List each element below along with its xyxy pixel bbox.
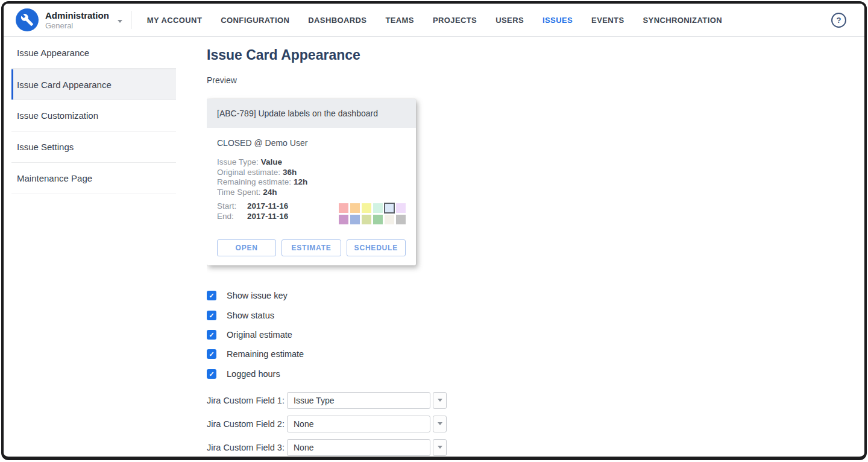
checkbox-checked-icon[interactable]: ✓ <box>207 311 216 320</box>
color-swatch[interactable] <box>396 215 406 224</box>
nav-item-projects[interactable]: PROJECTS <box>433 16 477 25</box>
nav-item-teams[interactable]: TEAMS <box>385 16 414 25</box>
checkbox-checked-icon[interactable]: ✓ <box>207 369 216 379</box>
estimate-button[interactable]: ESTIMATE <box>281 239 341 256</box>
issue-card-preview: [ABC-789] Update labels on the dashboard… <box>207 99 416 265</box>
custom-field-row-2: Jira Custom Field 2: None <box>207 416 862 432</box>
custom-field-3-label: Jira Custom Field 3: <box>207 443 287 452</box>
custom-field-selectors: Jira Custom Field 1: Issue Type Jira Cus… <box>207 392 862 456</box>
open-button[interactable]: OPEN <box>217 239 276 256</box>
checkbox-logged-hours[interactable]: ✓ Logged hours <box>207 364 862 384</box>
color-swatch[interactable] <box>362 203 371 213</box>
color-palette <box>339 203 406 224</box>
color-swatch-selected[interactable] <box>385 203 394 213</box>
help-icon[interactable]: ? <box>831 13 846 28</box>
sidebar-item-issue-settings[interactable]: Issue Settings <box>11 131 176 163</box>
checkbox-show-status[interactable]: ✓ Show status <box>207 305 862 324</box>
custom-field-3-select[interactable]: None <box>287 439 430 456</box>
sidebar-item-issue-appearance[interactable]: Issue Appearance <box>11 37 176 69</box>
color-swatch[interactable] <box>362 215 371 224</box>
settings-sidebar: Issue Appearance Issue Card Appearance I… <box>11 37 176 194</box>
checkbox-show-issue-key[interactable]: ✓ Show issue key <box>207 286 862 305</box>
color-swatch[interactable] <box>339 203 348 213</box>
nav-item-synchronization[interactable]: SYNCHRONIZATION <box>643 16 722 25</box>
start-date-value: 2017-11-16 <box>247 201 288 212</box>
end-date-row: End: 2017-11-16 <box>217 212 288 222</box>
schedule-button[interactable]: SCHEDULE <box>347 239 406 256</box>
color-swatch[interactable] <box>385 215 394 224</box>
page-title: Issue Card Appearance <box>207 46 862 64</box>
dates-and-colors: Start: 2017-11-16 End: 2017-11-16 <box>217 201 406 224</box>
checkbox-checked-icon[interactable]: ✓ <box>207 291 216 300</box>
sidebar-item-maintenance-page[interactable]: Maintenance Page <box>11 163 176 194</box>
field-value: Value <box>261 157 282 166</box>
checkbox-original-estimate[interactable]: ✓ Original estimate <box>207 325 862 344</box>
brand-title: Administration <box>45 10 109 21</box>
checkbox-label: Original estimate <box>227 330 292 340</box>
field-value: 24h <box>263 188 277 197</box>
issue-card-title: [ABC-789] Update labels on the dashboard <box>207 99 416 128</box>
display-options: ✓ Show issue key ✓ Show status ✓ Origina… <box>207 286 862 384</box>
nav-item-users[interactable]: USERS <box>495 16 524 25</box>
issue-fields: Issue Type:Value Original estimate:36h R… <box>217 157 406 197</box>
end-date-value: 2017-11-16 <box>247 212 288 222</box>
checkbox-remaining-estimate[interactable]: ✓ Remaining estimate <box>207 344 862 364</box>
custom-field-3-dropdown-button[interactable] <box>433 439 447 456</box>
checkbox-checked-icon[interactable]: ✓ <box>207 349 216 359</box>
main-nav: MY ACCOUNT CONFIGURATION DASHBOARDS TEAM… <box>147 16 722 25</box>
color-swatch[interactable] <box>350 203 360 213</box>
top-navigation-bar: Administration General MY ACCOUNT CONFIG… <box>4 4 864 37</box>
nav-item-dashboards[interactable]: DASHBOARDS <box>308 16 366 25</box>
field-label: Issue Type: <box>217 157 259 166</box>
nav-item-issues[interactable]: ISSUES <box>542 16 573 25</box>
header-divider <box>131 11 131 29</box>
nav-item-my-account[interactable]: MY ACCOUNT <box>147 16 202 25</box>
color-swatch[interactable] <box>373 215 383 224</box>
app-window: Administration General MY ACCOUNT CONFIG… <box>1 1 867 460</box>
wrench-icon <box>16 8 39 31</box>
help-glyph: ? <box>837 16 841 25</box>
field-original-estimate: Original estimate:36h <box>217 168 406 178</box>
field-value: 36h <box>283 168 297 177</box>
checkbox-label: Logged hours <box>227 369 280 379</box>
brand-text: Administration General <box>45 10 109 30</box>
checkbox-label: Remaining estimate <box>227 349 304 359</box>
custom-field-2-select[interactable]: None <box>287 416 430 432</box>
preview-label: Preview <box>207 75 862 86</box>
field-issue-type: Issue Type:Value <box>217 157 406 168</box>
sidebar-item-issue-customization[interactable]: Issue Customization <box>11 100 176 131</box>
custom-field-2-label: Jira Custom Field 2: <box>207 419 287 429</box>
color-swatch[interactable] <box>373 203 383 213</box>
chevron-down-icon <box>438 446 442 449</box>
card-actions: OPEN ESTIMATE SCHEDULE <box>217 239 406 256</box>
chevron-down-icon <box>438 399 442 402</box>
nav-item-events[interactable]: EVENTS <box>591 16 624 25</box>
field-value: 12h <box>294 177 307 186</box>
field-label: Original estimate: <box>217 168 280 177</box>
checkbox-label: Show issue key <box>227 291 288 300</box>
custom-field-1-select[interactable]: Issue Type <box>287 392 430 409</box>
custom-field-row-3: Jira Custom Field 3: None <box>207 439 862 456</box>
custom-field-row-1: Jira Custom Field 1: Issue Type <box>207 392 862 409</box>
sidebar-item-issue-card-appearance[interactable]: Issue Card Appearance <box>11 69 176 100</box>
checkbox-label: Show status <box>227 311 274 320</box>
main-content: Issue Card Appearance Preview [ABC-789] … <box>207 37 862 457</box>
start-date-row: Start: 2017-11-16 <box>217 201 288 212</box>
date-block: Start: 2017-11-16 End: 2017-11-16 <box>217 201 288 221</box>
end-date-label: End: <box>217 212 247 222</box>
field-remaining-estimate: Remaining estimate:12h <box>217 177 406 188</box>
brand-subtitle: General <box>45 21 109 30</box>
custom-field-1-label: Jira Custom Field 1: <box>207 396 287 405</box>
chevron-down-icon <box>438 422 442 425</box>
color-swatch[interactable] <box>339 215 348 224</box>
custom-field-2-dropdown-button[interactable] <box>433 416 447 432</box>
nav-item-configuration[interactable]: CONFIGURATION <box>221 16 289 25</box>
custom-field-1-dropdown-button[interactable] <box>433 392 447 409</box>
color-swatch[interactable] <box>350 215 360 224</box>
checkbox-checked-icon[interactable]: ✓ <box>207 330 216 340</box>
admin-context-switcher[interactable]: Administration General <box>4 8 122 31</box>
field-label: Time Spent: <box>217 188 260 197</box>
start-date-label: Start: <box>217 201 247 212</box>
color-swatch[interactable] <box>396 203 406 213</box>
chevron-down-icon[interactable] <box>118 20 122 23</box>
